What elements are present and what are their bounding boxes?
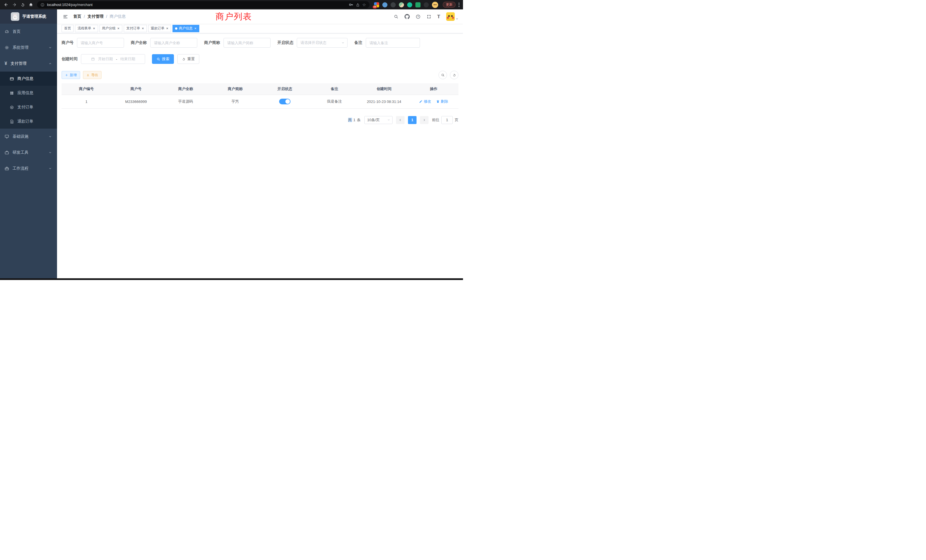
page-size-select[interactable]: 10条/页 [365,116,393,124]
delete-button[interactable]: 删除 [436,99,448,104]
browser-profile-avatar[interactable] [432,2,438,8]
password-key-icon[interactable] [349,3,353,7]
search-button[interactable]: 搜索 [152,54,174,64]
page-content: 商户号 商户全称 商户简称 开启状态 请选择开启状态 [57,33,463,278]
pagination: 共 1 条 10条/页 1 前往 页 [62,116,458,124]
col-remark: 备注 [310,83,359,95]
edit-button[interactable]: 修改 [419,99,431,104]
cell-create-time: 2021-10-23 08:31:14 [359,95,409,108]
page-info-icon[interactable] [41,3,44,7]
remark-input[interactable] [366,38,420,48]
extension-icon-pinwheel[interactable] [424,2,429,8]
sidebar-item-merchant-info[interactable]: 商户信息 [0,71,57,86]
extension-icon-blue[interactable] [382,2,387,8]
goto-label: 前往 [432,118,439,123]
reload-icon[interactable] [19,1,27,9]
sidebar-item-infrastructure[interactable]: 基础设施 [0,129,57,145]
breadcrumb-home[interactable]: 首页 [73,14,81,19]
trash-icon [436,100,440,103]
close-icon[interactable]: × [93,27,95,30]
extension-icon-colorful[interactable]: 10 [374,2,379,8]
sidebar-item-home[interactable]: 首页 [0,24,57,39]
merchant-no-input[interactable] [77,38,124,48]
filter-status: 开启状态 请选择开启状态 [277,38,348,48]
breadcrumb-current: 商户信息 [110,14,126,19]
close-icon[interactable]: × [141,27,144,30]
date-range-picker[interactable]: 开始日期 - 结束日期 [81,54,145,64]
sidebar-item-dev-tools[interactable]: 研发工具 [0,145,57,160]
status-toggle[interactable] [279,98,291,104]
status-label: 开启状态 [277,40,294,45]
sidebar-item-label: 商户信息 [17,76,33,81]
sidebar-item-label: 支付订单 [17,104,33,110]
hamburger-icon[interactable] [62,13,69,21]
share-icon[interactable] [356,3,360,7]
bookmark-star-icon[interactable]: ☆ [362,3,366,7]
extension-icon-green-square[interactable] [415,2,421,8]
col-full-name: 商户全称 [161,83,210,95]
breadcrumb-payment[interactable]: 支付管理 [88,14,103,19]
yen-icon: ¥ [5,61,7,66]
address-bar[interactable]: localhost:1024/pay/merchant ☆ [37,1,369,8]
page-number-button[interactable]: 1 [408,116,416,124]
refresh-table-icon[interactable] [450,71,458,79]
sidebar-item-system[interactable]: 系统管理 [0,39,57,56]
sidebar-item-refund-order[interactable]: 退款订单 [0,114,57,129]
close-icon[interactable]: × [166,27,169,30]
browser-menu-icon[interactable] [456,3,461,7]
next-page-icon[interactable] [420,116,428,124]
target-icon [10,105,14,109]
top-navbar: 首页 / 支付管理 / 商户信息 ? T [57,9,463,24]
merchant-no-label: 商户号 [62,40,74,45]
user-menu[interactable] [446,12,458,21]
help-icon[interactable]: ? [416,14,421,19]
status-select[interactable]: 请选择开启状态 [297,38,348,48]
sidebar-item-pay-order[interactable]: 支付订单 [0,100,57,114]
cell-short-name: 芋艿 [210,95,260,108]
add-button[interactable]: 新增 [62,71,80,79]
reset-button[interactable]: 重置 [177,54,199,64]
dashboard-icon [5,29,9,34]
extension-icon-dark[interactable] [390,2,396,8]
app-logo[interactable]: 芋道管理系统 [0,9,57,24]
extension-icon-green-check[interactable] [407,2,412,8]
sidebar-item-payment[interactable]: ¥ 支付管理 [0,56,57,71]
toggle-search-icon[interactable] [439,71,447,79]
window-bottom-edge [0,278,463,280]
tab-process-form[interactable]: 流程表单 × [75,25,98,32]
home-icon[interactable] [27,1,35,9]
monitor-icon [5,134,9,139]
caret-down-icon [455,17,458,21]
tab-user-group[interactable]: 用户分组 × [100,25,123,32]
goto-suffix: 页 [455,118,458,123]
back-icon[interactable] [2,1,10,9]
sidebar-item-workflow[interactable]: 工作流程 [0,160,57,177]
tab-refund-order[interactable]: 退款订单 × [148,25,171,32]
document-icon [10,120,14,124]
tab-merchant-info[interactable]: 商户信息 × [172,25,199,32]
short-name-input[interactable] [224,38,271,48]
tab-label: 用户分组 [102,26,116,31]
full-name-input[interactable] [150,38,197,48]
sidebar-item-app-info[interactable]: 应用信息 [0,86,57,100]
close-icon[interactable]: × [117,27,120,30]
extension-icon-avatar[interactable] [399,2,404,8]
plus-icon [65,74,68,77]
font-size-icon[interactable]: T [437,14,440,19]
forward-icon[interactable] [11,1,18,9]
search-icon[interactable] [394,14,399,19]
github-icon[interactable] [404,14,410,19]
chevron-down-icon [48,167,52,170]
prev-page-icon[interactable] [396,116,404,124]
pagination-total: 共 1 条 [348,118,361,123]
goto-page-input[interactable] [441,116,453,124]
card-icon [10,77,14,81]
export-button[interactable]: 导出 [83,71,101,79]
tab-home[interactable]: 首页 [62,25,74,32]
date-separator: - [116,57,117,61]
close-icon[interactable]: × [194,27,197,30]
fullscreen-icon[interactable] [427,14,431,19]
tab-pay-order[interactable]: 支付订单 × [124,25,147,32]
chrome-update-button[interactable]: 更新 [443,2,455,8]
chevron-down-icon [48,46,52,49]
